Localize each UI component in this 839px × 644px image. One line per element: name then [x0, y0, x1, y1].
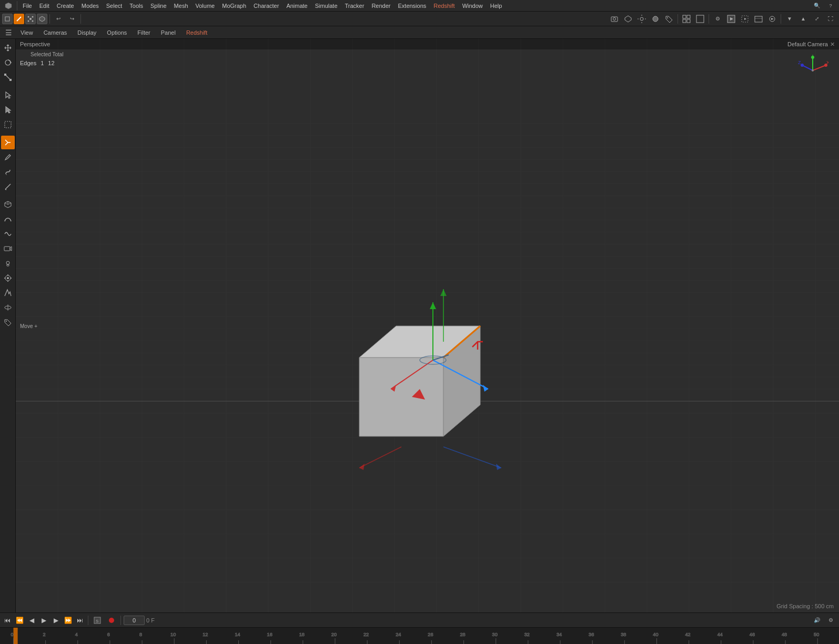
svg-marker-28: [744, 18, 746, 20]
icon-down-arrow[interactable]: ▼: [783, 13, 796, 25]
tool-brush[interactable]: [1, 165, 15, 179]
tool-rotate[interactable]: [1, 56, 15, 69]
mode-polygon[interactable]: [37, 14, 47, 24]
icon-render-view[interactable]: [725, 13, 737, 25]
next-keyframe-btn[interactable]: ⏩: [63, 615, 73, 626]
tool-spline[interactable]: [1, 212, 15, 226]
icon-single-view[interactable]: [694, 13, 706, 25]
menu-mograph[interactable]: MoGraph: [219, 2, 249, 10]
svg-text:18: 18: [299, 632, 305, 637]
tool-3d-cube[interactable]: [1, 198, 15, 211]
icon-tag[interactable]: [663, 13, 675, 25]
tool-active[interactable]: [1, 136, 15, 149]
timeline-settings-icon[interactable]: ⚙: [824, 615, 837, 626]
icon-grid-layout[interactable]: [680, 13, 693, 25]
move-label: Move +: [20, 323, 37, 329]
svg-point-51: [7, 277, 9, 279]
icon-render-region[interactable]: [739, 13, 751, 25]
icon-object[interactable]: [622, 13, 634, 25]
search-icon[interactable]: 🔍: [811, 0, 823, 12]
icon-material[interactable]: [649, 13, 662, 25]
menu-tracker[interactable]: Tracker: [342, 2, 368, 10]
tool-select[interactable]: [1, 88, 15, 102]
icon-interactive-render[interactable]: [766, 13, 779, 25]
svg-line-44: [5, 203, 8, 205]
step-back-btn[interactable]: ◀: [26, 615, 37, 626]
menu-redshift[interactable]: Redshift: [430, 2, 458, 10]
svg-marker-32: [771, 18, 774, 20]
menu-volume[interactable]: Volume: [193, 2, 218, 10]
icon-light[interactable]: [635, 13, 648, 25]
menu-help[interactable]: Help: [487, 2, 506, 10]
help-icon[interactable]: ?: [824, 0, 837, 12]
sep: [17, 1, 17, 11]
redo-icon[interactable]: ↪: [66, 13, 78, 25]
menu-select[interactable]: Select: [103, 2, 126, 10]
menu-modes[interactable]: Modes: [78, 2, 102, 10]
gizmo-svg: X Y Z: [797, 55, 828, 86]
tool-tag[interactable]: [1, 315, 15, 329]
nav-display[interactable]: Display: [73, 28, 100, 37]
menu-character[interactable]: Character: [250, 2, 282, 10]
tool-camera[interactable]: [1, 242, 15, 255]
jump-start-btn[interactable]: ⏮: [2, 615, 13, 626]
prev-keyframe-btn[interactable]: ⏪: [14, 615, 25, 626]
svg-text:44: 44: [717, 632, 723, 637]
svg-text:6: 6: [107, 632, 110, 637]
menu-edit[interactable]: Edit: [36, 2, 53, 10]
hamburger-menu[interactable]: ☰: [3, 28, 14, 37]
icon-camera[interactable]: [608, 13, 621, 25]
menu-create[interactable]: Create: [54, 2, 77, 10]
audio-icon[interactable]: 🔊: [811, 615, 823, 626]
menu-window[interactable]: Window: [459, 2, 486, 10]
nav-redshift[interactable]: Redshift: [182, 28, 211, 37]
svg-text:48: 48: [782, 632, 787, 637]
tool-scale[interactable]: [1, 70, 15, 84]
mode-edge[interactable]: [14, 14, 24, 24]
menu-mesh[interactable]: Mesh: [171, 2, 191, 10]
nav-options[interactable]: Options: [103, 28, 131, 37]
edges-selected: 1: [41, 59, 44, 68]
viewport[interactable]: Perspective Default Camera ✕ Selected To…: [16, 39, 839, 612]
tool-move[interactable]: [1, 41, 15, 55]
jump-end-btn[interactable]: ⏭: [75, 615, 85, 626]
mode-point[interactable]: [25, 14, 36, 24]
sep3: [678, 14, 678, 24]
step-forward-btn[interactable]: ▶: [50, 615, 61, 626]
tool-light[interactable]: [1, 257, 15, 270]
menu-tools[interactable]: Tools: [126, 2, 146, 10]
tool-effector[interactable]: [1, 286, 15, 300]
menu-animate[interactable]: Animate: [283, 2, 310, 10]
nav-panel[interactable]: Panel: [157, 28, 180, 37]
icon-fullscreen[interactable]: ⛶: [824, 13, 837, 25]
menu-extensions[interactable]: Extensions: [395, 2, 429, 10]
menu-file[interactable]: File: [19, 2, 35, 10]
tool-live-select[interactable]: [1, 103, 15, 117]
mode-object[interactable]: [2, 14, 13, 24]
nav-cameras[interactable]: Cameras: [39, 28, 72, 37]
tool-deform[interactable]: [1, 227, 15, 241]
menu-simulate[interactable]: Simulate: [312, 2, 341, 10]
nav-view[interactable]: View: [16, 28, 37, 37]
menu-render[interactable]: Render: [368, 2, 393, 10]
tool-box-select[interactable]: [1, 118, 15, 131]
timeline-ruler[interactable]: 0 2 4 6 8 10 12 14 16 18 20 22 24 26 28 …: [0, 628, 839, 644]
icon-up-arrow[interactable]: ▲: [797, 13, 810, 25]
icon-expand[interactable]: ⤢: [811, 13, 823, 25]
svg-rect-46: [4, 247, 10, 251]
menu-spline[interactable]: Spline: [147, 2, 170, 10]
icon-render-picture[interactable]: [752, 13, 765, 25]
tool-pen[interactable]: [1, 150, 15, 164]
nav-filter[interactable]: Filter: [133, 28, 154, 37]
play-mode-icon[interactable]: S: [91, 615, 104, 626]
icon-render-settings[interactable]: ⚙: [711, 13, 724, 25]
tool-field[interactable]: [1, 301, 15, 314]
undo-icon[interactable]: ↩: [52, 13, 65, 25]
record-icon[interactable]: [105, 615, 118, 626]
app-icon[interactable]: [2, 0, 15, 12]
tool-knife[interactable]: [1, 180, 15, 193]
svg-rect-24: [696, 15, 704, 23]
frame-input[interactable]: [124, 616, 145, 625]
play-btn[interactable]: ▶: [38, 615, 49, 626]
tool-generator[interactable]: [1, 271, 15, 285]
